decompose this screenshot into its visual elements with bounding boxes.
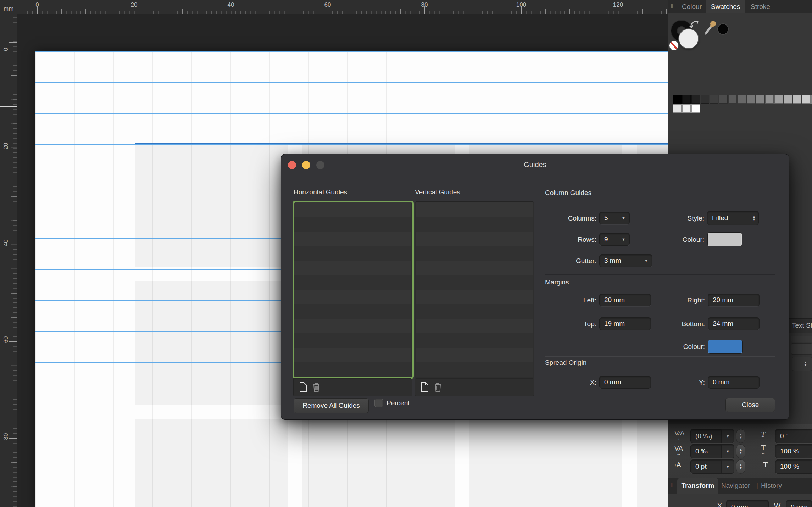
origin-x-label: X: [545, 379, 596, 386]
colour-swatch[interactable] [701, 95, 709, 104]
horizontal-guides-list[interactable] [294, 202, 411, 377]
ruler-unit-label: mm [4, 5, 13, 12]
delete-guide-icon[interactable] [434, 382, 442, 392]
add-guide-icon[interactable] [299, 382, 307, 392]
origin-x-field[interactable]: 0 mm [599, 376, 651, 389]
margin-top-field[interactable]: 19 mm [599, 317, 651, 330]
shear-field[interactable]: 0 ° [775, 429, 812, 443]
vertical-guides-list[interactable] [416, 202, 533, 377]
ruler-label: 40 [2, 238, 10, 248]
tab-text-styles[interactable]: Text St [792, 322, 812, 329]
tab-swatches[interactable]: Swatches [706, 0, 745, 13]
app-window: mm 020406080100120 020406080 ‖ Colour Sw… [0, 0, 812, 507]
margin-bottom-field[interactable]: 24 mm [708, 317, 760, 330]
colour-swatch[interactable] [691, 95, 700, 104]
chevron-down-icon[interactable]: ▼ [721, 445, 734, 458]
tab-navigator[interactable]: Navigator [721, 482, 750, 490]
add-guide-icon[interactable] [421, 382, 429, 392]
margin-right-field[interactable]: 20 mm [708, 294, 760, 306]
tab-colour[interactable]: Colour [677, 0, 707, 13]
cursor-position-marker-v [0, 106, 17, 107]
colour-swatch[interactable] [747, 95, 755, 104]
columns-dropdown[interactable]: 5 ▼ [599, 212, 630, 224]
tab-transform[interactable]: Transform [677, 478, 718, 494]
kerning-stepper[interactable]: ▲▼ [736, 444, 745, 458]
colour-swatch[interactable] [691, 104, 700, 113]
transform-x-field[interactable]: 0 mm [726, 500, 769, 507]
eyedropper-colour-well[interactable] [717, 23, 729, 35]
colour-swatch[interactable] [738, 95, 746, 104]
tracking-icon: V∕A↔ [674, 430, 685, 441]
tab-stroke[interactable]: Stroke [746, 0, 775, 13]
vertical-scale-field[interactable]: 100 % [775, 459, 812, 474]
colour-swatch[interactable] [710, 95, 718, 104]
chevron-down-icon[interactable]: ▼ [721, 460, 734, 473]
close-button[interactable]: Close [725, 398, 775, 412]
tab-separator: | [756, 481, 758, 489]
text-styles-field-top[interactable] [791, 336, 812, 342]
section-divider [545, 356, 775, 357]
colour-swatch[interactable] [682, 104, 691, 113]
margin-colour-well[interactable] [708, 340, 743, 354]
guide-line[interactable] [35, 82, 668, 83]
colour-swatch[interactable] [784, 95, 792, 104]
colour-swatch[interactable] [728, 95, 737, 104]
guide-line[interactable] [35, 487, 668, 488]
panel-drag-handle[interactable]: ‖ [671, 2, 674, 10]
gutter-dropdown[interactable]: 3 mm ▼ [599, 254, 652, 267]
chevron-down-icon: ▼ [644, 258, 648, 263]
colour-swatch[interactable] [673, 104, 682, 113]
colour-swatch[interactable] [793, 95, 801, 104]
ruler-unit-corner[interactable]: mm [0, 0, 17, 14]
margin-guide-left[interactable] [135, 143, 135, 507]
horizontal-scale-field[interactable]: 100 % [775, 444, 812, 458]
origin-y-field[interactable]: 0 mm [708, 376, 760, 389]
baseline-shift-icon: ↕A [674, 461, 681, 469]
no-colour-button[interactable] [669, 41, 679, 50]
guide-line[interactable] [35, 144, 668, 145]
vertical-ruler[interactable]: 020406080 [0, 14, 17, 507]
remove-all-guides-button[interactable]: Remove All Guides [294, 398, 369, 413]
panel-drag-handle[interactable]: ‖ [670, 482, 673, 489]
margin-left-field[interactable]: 20 mm [599, 294, 651, 306]
colour-swatch[interactable] [682, 95, 691, 104]
transform-w-field[interactable]: 0 mm [786, 500, 812, 507]
colour-swatch[interactable] [719, 95, 728, 104]
percent-checkbox[interactable] [374, 399, 383, 407]
guide-line[interactable] [35, 51, 668, 52]
baseline-shift-stepper[interactable]: ▲▼ [736, 459, 745, 474]
column-colour-well[interactable] [707, 232, 742, 246]
text-styles-field[interactable] [791, 343, 812, 355]
kerning-field[interactable]: 0 ‰▼ [690, 444, 734, 458]
horizontal-ruler[interactable]: 020406080100120 [17, 0, 668, 14]
colour-swatch[interactable] [765, 95, 774, 104]
tracking-stepper[interactable]: ▲▼ [736, 429, 745, 443]
colour-swatch[interactable] [774, 95, 783, 104]
text-styles-stepper[interactable]: ▲▼ [792, 357, 812, 371]
fill-colour-circle[interactable] [678, 28, 699, 49]
origin-y-label: Y: [651, 379, 705, 386]
ruler-label: 60 [324, 1, 331, 9]
guide-line[interactable] [35, 456, 668, 456]
dialog-title: Guides [281, 161, 789, 169]
cursor-position-marker-h [66, 0, 66, 14]
transform-w-label: W: [774, 502, 782, 507]
delete-guide-icon[interactable] [312, 382, 321, 392]
column-guide-cell [637, 419, 668, 507]
chevron-down-icon[interactable]: ▼ [721, 429, 734, 443]
stepper-arrows: ▲▼ [804, 361, 807, 367]
colour-swatch[interactable] [756, 95, 764, 104]
style-stepper[interactable]: Filled ▲▼ [707, 211, 759, 225]
vertical-guides-toolbar [416, 378, 533, 395]
colour-swatch[interactable] [802, 95, 811, 104]
guide-line[interactable] [35, 425, 668, 425]
baseline-shift-field[interactable]: 0 pt▼ [690, 459, 734, 474]
guide-line[interactable] [35, 113, 668, 114]
tab-history[interactable]: History [761, 482, 782, 490]
eyedropper-icon[interactable] [704, 20, 717, 35]
colour-swatch[interactable] [673, 95, 682, 104]
margin-guide-top[interactable] [135, 143, 668, 144]
tracking-field[interactable]: (0 ‰)▼ [690, 429, 734, 443]
rows-dropdown[interactable]: 9 ▼ [599, 233, 630, 246]
swap-colours-icon[interactable] [689, 20, 700, 29]
